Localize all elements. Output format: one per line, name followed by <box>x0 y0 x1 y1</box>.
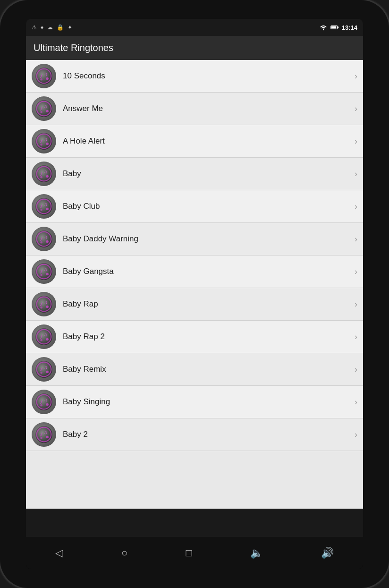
chevron-right-icon: › <box>355 365 357 375</box>
svg-text:♫: ♫ <box>44 397 47 402</box>
ringtone-icon: ♪ ♫ <box>32 64 56 88</box>
svg-point-25 <box>46 175 49 178</box>
svg-point-43 <box>46 273 49 275</box>
svg-point-56 <box>40 339 42 341</box>
device-frame: ⚠ ♦ ☁ 🔒 ✦ 13:14 <box>0 0 389 588</box>
chevron-right-icon: › <box>355 234 357 244</box>
list-item[interactable]: ♪ ♫ Baby Club› <box>26 190 363 223</box>
svg-text:♪: ♪ <box>40 170 42 177</box>
svg-text:♫: ♫ <box>44 104 47 109</box>
svg-text:♫: ♫ <box>44 202 47 207</box>
ringtone-label: A Hole Alert <box>63 136 351 146</box>
svg-point-50 <box>40 307 42 309</box>
back-button[interactable]: ◁ <box>55 547 63 559</box>
svg-text:♫: ♫ <box>44 169 47 174</box>
bottom-bar <box>26 509 363 537</box>
ringtone-icon: ♪ ♫ <box>32 194 56 219</box>
ringtone-icon: ♪ ♫ <box>32 292 56 316</box>
svg-point-68 <box>40 404 42 407</box>
svg-text:♪: ♪ <box>40 236 42 242</box>
list-item[interactable]: ♪ ♫ Baby Remix› <box>26 353 363 386</box>
chevron-right-icon: › <box>355 169 357 179</box>
svg-point-8 <box>40 78 42 81</box>
ringtone-icon: ♪ ♫ <box>32 390 56 414</box>
list-item[interactable]: ♪ ♫ Baby Rap 2› <box>26 321 363 353</box>
chevron-right-icon: › <box>355 71 357 81</box>
ringtone-label: Answer Me <box>63 104 351 113</box>
ringtone-icon: ♪ ♫ <box>32 324 56 349</box>
svg-text:♪: ♪ <box>40 431 42 438</box>
svg-text:♪: ♪ <box>40 73 42 79</box>
app-title: Ultimate Ringtones <box>34 43 113 53</box>
svg-text:♪: ♪ <box>40 399 42 405</box>
ringtone-label: 10 Seconds <box>63 71 351 81</box>
ringtone-icon: ♪ ♫ <box>32 129 56 153</box>
ringtone-label: Baby <box>63 169 351 179</box>
svg-point-61 <box>46 371 49 373</box>
status-right-icons: 13:14 <box>319 24 357 31</box>
list-item[interactable]: ♪ ♫ 10 Seconds› <box>26 60 363 93</box>
ringtone-label: Baby Club <box>63 202 351 211</box>
svg-rect-1 <box>331 26 336 29</box>
ringtone-icon: ♪ ♫ <box>32 227 56 251</box>
ringtone-icon: ♪ ♫ <box>32 259 56 284</box>
svg-point-19 <box>46 143 49 145</box>
list-item[interactable]: ♪ ♫ Baby Daddy Warning› <box>26 223 363 256</box>
svg-text:♫: ♫ <box>44 136 47 142</box>
ringtone-list[interactable]: ♪ ♫ 10 Seconds› ♪ ♫ <box>26 60 363 509</box>
ringtone-label: Baby Singing <box>63 397 351 407</box>
ringtone-label: Baby Remix <box>63 365 351 374</box>
svg-point-32 <box>40 209 42 211</box>
status-time: 13:14 <box>342 24 357 31</box>
svg-point-31 <box>46 208 49 210</box>
list-item[interactable]: ♪ ♫ Baby Rap› <box>26 288 363 321</box>
list-item[interactable]: ♪ ♫ Answer Me› <box>26 93 363 125</box>
status-bar: ⚠ ♦ ☁ 🔒 ✦ 13:14 <box>26 19 363 36</box>
chevron-right-icon: › <box>355 332 357 342</box>
lock-icon: 🔒 <box>57 24 64 31</box>
svg-text:♫: ♫ <box>44 299 47 305</box>
home-button[interactable]: ○ <box>121 547 127 559</box>
ringtone-icon: ♪ ♫ <box>32 162 56 186</box>
usb-icon: ♦ <box>41 24 43 31</box>
svg-point-62 <box>40 372 42 374</box>
status-left-icons: ⚠ ♦ ☁ 🔒 ✦ <box>32 24 72 31</box>
list-item[interactable]: ♪ ♫ Baby 2› <box>26 418 363 451</box>
svg-point-38 <box>40 241 42 244</box>
nav-bar: ◁ ○ □ 🔈 🔊 <box>26 537 363 569</box>
svg-text:♫: ♫ <box>44 71 47 77</box>
svg-point-14 <box>40 111 42 113</box>
svg-text:♪: ♪ <box>40 138 42 145</box>
svg-point-55 <box>46 338 49 341</box>
svg-point-37 <box>46 240 49 243</box>
ringtone-icon: ♪ ♫ <box>32 96 56 121</box>
svg-point-7 <box>46 77 49 80</box>
svg-text:♪: ♪ <box>40 105 42 112</box>
svg-text:♪: ♪ <box>40 268 42 275</box>
svg-point-44 <box>40 274 42 276</box>
vol-up-button[interactable]: 🔊 <box>321 547 334 559</box>
list-item[interactable]: ♪ ♫ Baby Singing› <box>26 386 363 418</box>
svg-point-13 <box>46 110 49 112</box>
svg-point-73 <box>46 436 49 438</box>
list-item[interactable]: ♪ ♫ Baby Gangsta› <box>26 256 363 288</box>
svg-text:♫: ♫ <box>44 365 47 370</box>
svg-point-26 <box>40 176 42 179</box>
svg-text:♫: ♫ <box>44 332 47 337</box>
ringtone-icon: ♪ ♫ <box>32 422 56 447</box>
ringtone-label: Baby Rap 2 <box>63 332 351 341</box>
ringtone-label: Baby Rap <box>63 299 351 309</box>
chevron-right-icon: › <box>355 397 357 407</box>
list-item[interactable]: ♪ ♫ A Hole Alert› <box>26 125 363 158</box>
chevron-right-icon: › <box>355 430 357 440</box>
vol-down-button[interactable]: 🔈 <box>250 547 263 559</box>
svg-text:♪: ♪ <box>40 333 42 340</box>
svg-point-67 <box>46 403 49 406</box>
warning-icon: ⚠ <box>32 24 37 31</box>
svg-text:♪: ♪ <box>40 301 42 307</box>
battery-icon <box>330 25 339 30</box>
list-item[interactable]: ♪ ♫ Baby› <box>26 158 363 190</box>
recent-button[interactable]: □ <box>186 547 192 559</box>
ringtone-icon: ♪ ♫ <box>32 357 56 382</box>
svg-text:♪: ♪ <box>40 203 42 210</box>
